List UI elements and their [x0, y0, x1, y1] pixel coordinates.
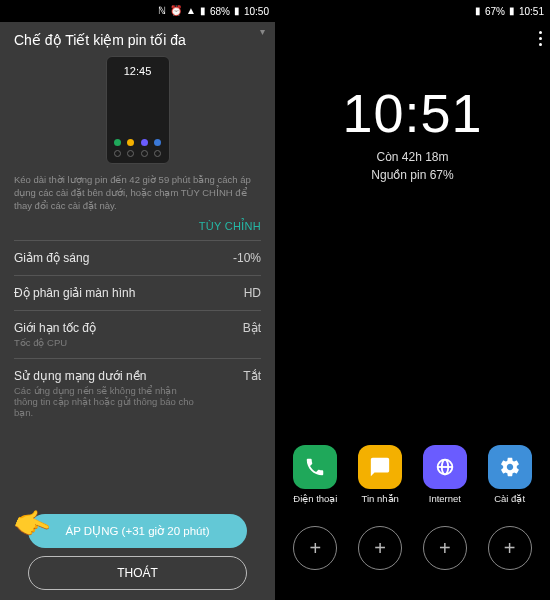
app-phone[interactable]: Điện thoại [285, 445, 345, 504]
preview-plus-row [111, 150, 165, 157]
resolution-value: HD [244, 286, 261, 300]
panel-description: Kéo dài thời lượng pin đến 42 giờ 59 phú… [0, 168, 275, 216]
setting-speed-limit[interactable]: Giới hạn tốc độ Tốc độ CPU Bật [0, 311, 275, 358]
app-internet-label: Internet [429, 493, 461, 504]
app-messages-label: Tin nhắn [361, 493, 398, 504]
nfc-icon: ℕ [158, 6, 166, 16]
status-time: 10:51 [519, 6, 544, 17]
max-power-saving-panel: ℕ ⏰ ▲ ▮ 68% ▮ 10:50 ▾ Chế độ Tiết kiệm p… [0, 0, 275, 600]
wifi-icon: ▲ [186, 6, 196, 16]
setting-brightness[interactable]: Giảm độ sáng -10% [0, 241, 275, 275]
speed-label: Giới hạn tốc độ [14, 321, 96, 335]
background-value: Tắt [243, 369, 261, 383]
resolution-label: Độ phân giải màn hình [14, 286, 135, 300]
signal-icon: ▮ [200, 6, 206, 16]
speed-value: Bật [243, 321, 261, 335]
app-phone-label: Điện thoại [293, 493, 337, 504]
battery-icon: ▮ [509, 6, 515, 16]
app-settings-label: Cài đặt [494, 493, 525, 504]
add-app-row: + + + + [275, 526, 550, 570]
battery-percent: 67% [485, 6, 505, 17]
signal-icon: ▮ [475, 6, 481, 16]
more-menu-icon[interactable] [539, 28, 542, 49]
speed-sub: Tốc độ CPU [14, 337, 96, 348]
app-internet[interactable]: Internet [415, 445, 475, 504]
alarm-icon: ⏰ [170, 6, 182, 16]
app-settings[interactable]: Cài đặt [480, 445, 540, 504]
app-dock: Điện thoại Tin nhắn Internet Cài đặt [275, 445, 550, 504]
status-time: 10:50 [244, 6, 269, 17]
app-messages[interactable]: Tin nhắn [350, 445, 410, 504]
home-screen: ▮ 67% ▮ 10:51 10:51 Còn 42h 18m Nguồn pi… [275, 0, 550, 600]
brightness-value: -10% [233, 251, 261, 265]
add-app-slot[interactable]: + [488, 526, 532, 570]
background-sub: Các ứng dụng nền sẽ không thể nhận thông… [14, 385, 194, 418]
preview-time: 12:45 [111, 65, 165, 77]
clock-time: 10:51 [275, 82, 550, 144]
apply-button[interactable]: ÁP DỤNG (+31 giờ 20 phút) [28, 514, 247, 548]
battery-percent: 68% [210, 6, 230, 17]
collapse-icon[interactable]: ▾ [260, 26, 265, 37]
settings-icon [488, 445, 532, 489]
preview-dock-icons [111, 139, 165, 148]
panel-title: Chế độ Tiết kiệm pin tối đa [0, 22, 275, 54]
battery-line: Nguồn pin 67% [275, 168, 550, 182]
preview-frame: 12:45 [0, 54, 275, 168]
time-remaining: Còn 42h 18m [275, 150, 550, 164]
status-bar-right: ▮ 67% ▮ 10:51 [275, 0, 550, 22]
setting-resolution[interactable]: Độ phân giải màn hình HD [0, 276, 275, 310]
phone-icon [293, 445, 337, 489]
add-app-slot[interactable]: + [293, 526, 337, 570]
status-bar-left: ℕ ⏰ ▲ ▮ 68% ▮ 10:50 [0, 0, 275, 22]
preview-phone: 12:45 [106, 56, 170, 164]
customize-link[interactable]: TÙY CHỈNH [199, 220, 261, 232]
internet-icon [423, 445, 467, 489]
messages-icon [358, 445, 402, 489]
add-app-slot[interactable]: + [423, 526, 467, 570]
background-label: Sử dụng mạng dưới nền [14, 369, 194, 383]
setting-background-data[interactable]: Sử dụng mạng dưới nền Các ứng dụng nền s… [0, 359, 275, 428]
add-app-slot[interactable]: + [358, 526, 402, 570]
battery-icon: ▮ [234, 6, 240, 16]
brightness-label: Giảm độ sáng [14, 251, 89, 265]
exit-button[interactable]: THOÁT [28, 556, 247, 590]
